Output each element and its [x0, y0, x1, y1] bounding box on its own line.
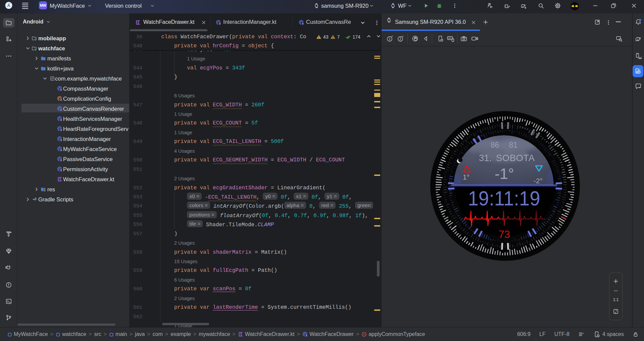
- svg-text:86: 86: [491, 141, 499, 149]
- svg-text:SOBOTA: SOBOTA: [496, 153, 535, 163]
- svg-text:2: 2: [399, 37, 401, 41]
- svg-text:81: 81: [509, 141, 518, 149]
- svg-text:m: m: [363, 333, 365, 336]
- svg-text:1°: 1°: [463, 173, 469, 181]
- svg-text:-1°: -1°: [495, 165, 514, 182]
- svg-text:-2°: -2°: [534, 177, 543, 185]
- svg-text:31.: 31.: [479, 153, 492, 163]
- svg-text:73: 73: [499, 229, 510, 240]
- svg-text:19:11:19: 19:11:19: [468, 187, 540, 210]
- svg-text:1: 1: [389, 37, 391, 41]
